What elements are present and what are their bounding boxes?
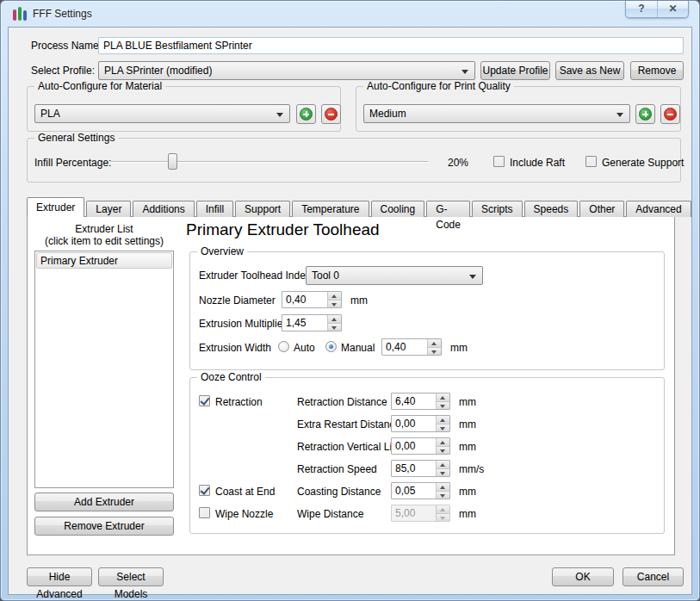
tab-speeds[interactable]: Speeds: [524, 201, 579, 217]
tab-additions[interactable]: Additions: [133, 201, 194, 217]
spinner-down-icon[interactable]: [437, 491, 449, 499]
remove-profile-button[interactable]: Remove: [630, 61, 684, 80]
spinner-up-icon[interactable]: [437, 483, 449, 491]
tab-other[interactable]: Other: [579, 201, 624, 217]
infill-percentage-label: Infill Percentage:: [34, 157, 111, 169]
spinner-up-icon[interactable]: [437, 393, 449, 401]
tab-extruder[interactable]: Extruder: [27, 197, 84, 217]
retraction-vertical-lift-unit: mm: [459, 441, 476, 453]
retraction-speed-spinner[interactable]: 85,0: [391, 460, 450, 477]
spinner-down-icon[interactable]: [437, 468, 449, 477]
tab-support[interactable]: Support: [235, 201, 290, 217]
tab-gcode[interactable]: G-Code: [426, 201, 470, 217]
retraction-vertical-lift-value[interactable]: 0,00: [392, 438, 436, 454]
coast-at-end-checkbox[interactable]: [199, 485, 210, 496]
add-material-button[interactable]: [296, 104, 316, 124]
extra-restart-distance-value[interactable]: 0,00: [392, 416, 436, 431]
spinner-up-icon[interactable]: [437, 416, 449, 424]
profile-dropdown[interactable]: PLA SPrinter (modified): [98, 61, 475, 80]
add-extruder-button[interactable]: Add Extruder: [34, 493, 174, 511]
material-dropdown[interactable]: PLA: [34, 104, 290, 123]
coasting-distance-label: Coasting Distance: [297, 486, 381, 498]
toolhead-index-label: Extruder Toolhead Index: [199, 270, 311, 282]
tab-cooling[interactable]: Cooling: [371, 201, 425, 217]
spinner-up-icon[interactable]: [437, 438, 449, 446]
extrusion-multiplier-value[interactable]: 1,45: [282, 315, 327, 331]
hide-advanced-button[interactable]: Hide Advanced: [27, 567, 92, 586]
nozzle-diameter-spinner[interactable]: 0,40: [282, 291, 342, 308]
process-name-input[interactable]: PLA BLUE Bestfilament SPrinter: [98, 37, 684, 54]
help-icon[interactable]: ?: [626, 1, 657, 17]
spinner-up-icon[interactable]: [328, 292, 341, 300]
chevron-down-icon: [469, 275, 476, 279]
nozzle-diameter-value[interactable]: 0,40: [282, 292, 327, 307]
extruder-list-subtitle: (click item to edit settings): [28, 235, 181, 247]
wipe-nozzle-label: Wipe Nozzle: [215, 508, 273, 520]
retraction-speed-unit: mm/s: [459, 463, 484, 475]
spinner-up-icon[interactable]: [437, 461, 449, 468]
spinner-down-icon: [437, 513, 449, 522]
minus-icon: [325, 108, 338, 121]
tab-layer[interactable]: Layer: [86, 201, 131, 217]
spinner-up-icon[interactable]: [428, 339, 441, 347]
spinner-down-icon[interactable]: [437, 424, 449, 432]
extrusion-width-spinner[interactable]: 0,40: [381, 338, 442, 356]
wipe-distance-value: 5,00: [392, 505, 436, 521]
retraction-vertical-lift-spinner[interactable]: 0,00: [391, 437, 450, 455]
quality-dropdown[interactable]: Medium: [363, 104, 630, 123]
extruder-tab-panel: Extruder List (click item to edit settin…: [27, 216, 675, 555]
auto-material-title: Auto-Configure for Material: [34, 80, 165, 92]
retraction-speed-value[interactable]: 85,0: [392, 461, 436, 476]
list-item[interactable]: Primary Extruder: [36, 252, 172, 269]
title-bar[interactable]: FFF Settings ? ✕: [1, 1, 699, 27]
cancel-button[interactable]: Cancel: [623, 567, 684, 586]
spinner-down-icon[interactable]: [437, 401, 449, 410]
overview-group: Overview Extruder Toolhead Index Tool 0 …: [189, 251, 665, 370]
spinner-up-icon[interactable]: [328, 315, 341, 323]
add-quality-button[interactable]: [635, 104, 655, 124]
infill-slider-track[interactable]: [111, 161, 428, 163]
retraction-distance-unit: mm: [459, 396, 476, 408]
select-models-button[interactable]: Select Models: [98, 567, 164, 586]
extrusion-width-value[interactable]: 0,40: [382, 339, 427, 355]
save-as-new-button[interactable]: Save as New: [555, 61, 624, 80]
include-raft-checkbox[interactable]: [493, 156, 505, 167]
generate-support-checkbox[interactable]: [585, 156, 597, 167]
auto-quality-title: Auto-Configure for Print Quality: [363, 80, 514, 92]
spinner-down-icon[interactable]: [437, 446, 449, 455]
extrusion-multiplier-spinner[interactable]: 1,45: [282, 314, 342, 331]
retraction-speed-label: Retraction Speed: [297, 463, 377, 475]
extrusion-width-manual-radio[interactable]: [325, 341, 337, 352]
chevron-down-icon: [462, 70, 468, 74]
coasting-distance-unit: mm: [459, 486, 476, 498]
remove-extruder-button[interactable]: Remove Extruder: [34, 517, 174, 536]
retraction-distance-spinner[interactable]: 6,40: [391, 393, 450, 410]
toolhead-index-dropdown[interactable]: Tool 0: [306, 266, 483, 285]
tab-temperature[interactable]: Temperature: [292, 201, 369, 217]
spinner-down-icon[interactable]: [328, 323, 341, 331]
remove-material-button[interactable]: [321, 104, 341, 124]
wipe-nozzle-checkbox[interactable]: [199, 507, 210, 518]
dialog-client-area: Process Name: PLA BLUE Bestfilament SPri…: [8, 27, 692, 595]
retraction-checkbox[interactable]: [199, 395, 210, 406]
extra-restart-distance-unit: mm: [459, 418, 476, 431]
infill-slider-handle[interactable]: [168, 153, 177, 170]
spinner-down-icon[interactable]: [428, 347, 441, 356]
toolhead-index-value: Tool 0: [312, 270, 339, 282]
chevron-down-icon: [276, 113, 283, 117]
update-profile-button[interactable]: Update Profile: [480, 61, 550, 80]
ok-button[interactable]: OK: [552, 567, 614, 586]
include-raft-label: Include Raft: [510, 157, 565, 169]
coasting-distance-spinner[interactable]: 0,05: [391, 482, 450, 499]
coasting-distance-value[interactable]: 0,05: [392, 483, 436, 499]
close-icon[interactable]: ✕: [657, 1, 688, 17]
tab-advanced[interactable]: Advanced: [626, 201, 691, 217]
extra-restart-distance-label: Extra Restart Distance: [297, 418, 400, 431]
extrusion-width-auto-radio[interactable]: [278, 341, 289, 352]
spinner-down-icon[interactable]: [328, 300, 341, 308]
remove-quality-button[interactable]: [660, 104, 680, 124]
tab-scripts[interactable]: Scripts: [472, 201, 523, 217]
extra-restart-distance-spinner[interactable]: 0,00: [391, 415, 450, 432]
retraction-distance-value[interactable]: 6,40: [392, 393, 436, 409]
tab-infill[interactable]: Infill: [196, 201, 233, 217]
